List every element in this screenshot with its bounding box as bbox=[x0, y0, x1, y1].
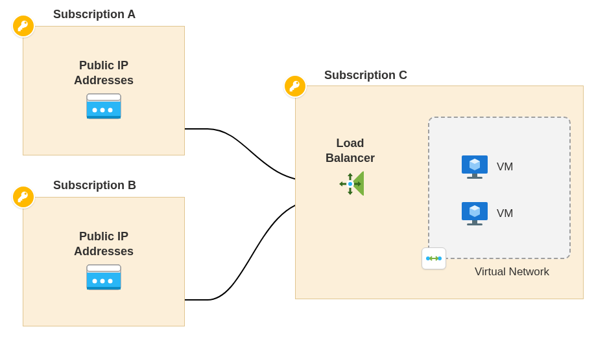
public-ip-label-a: Public IP Addresses bbox=[74, 58, 134, 89]
public-ip-icon bbox=[86, 93, 122, 120]
vm-icon bbox=[460, 201, 489, 227]
key-icon bbox=[12, 185, 35, 209]
svg-rect-3 bbox=[87, 116, 121, 119]
vm-row-2: VM bbox=[460, 201, 514, 227]
load-balancer-label: Load Balancer bbox=[326, 136, 375, 166]
vm-icon bbox=[460, 154, 489, 180]
vm-label: VM bbox=[497, 161, 514, 174]
svg-rect-1 bbox=[87, 94, 121, 100]
subscription-b-title: Subscription B bbox=[53, 179, 136, 192]
svg-rect-26 bbox=[467, 223, 482, 225]
svg-point-11 bbox=[93, 279, 97, 283]
virtual-network-icon bbox=[422, 247, 446, 269]
public-ip-block-b: Public IP Addresses bbox=[62, 229, 146, 291]
svg-rect-25 bbox=[472, 220, 477, 223]
svg-rect-20 bbox=[472, 174, 477, 177]
svg-rect-10 bbox=[87, 287, 121, 290]
svg-point-5 bbox=[101, 108, 105, 112]
load-balancer-block: Load Balancer bbox=[318, 136, 383, 198]
load-balancer-icon bbox=[337, 170, 364, 198]
svg-point-16 bbox=[348, 182, 352, 186]
svg-point-4 bbox=[93, 108, 97, 112]
svg-rect-21 bbox=[467, 177, 482, 179]
subscription-c-title: Subscription C bbox=[324, 69, 407, 82]
svg-point-6 bbox=[108, 108, 113, 112]
key-icon bbox=[283, 74, 307, 98]
public-ip-label-b: Public IP Addresses bbox=[74, 229, 134, 260]
key-icon bbox=[12, 14, 35, 38]
svg-point-12 bbox=[101, 279, 105, 283]
svg-point-13 bbox=[108, 279, 113, 283]
virtual-network-box bbox=[428, 117, 571, 259]
virtual-network-label: Virtual Network bbox=[475, 266, 549, 279]
public-ip-icon bbox=[86, 264, 122, 291]
vm-row-1: VM bbox=[460, 154, 514, 180]
subscription-a-title: Subscription A bbox=[53, 8, 136, 21]
vm-label: VM bbox=[497, 207, 514, 220]
public-ip-block-a: Public IP Addresses bbox=[62, 58, 146, 120]
svg-rect-8 bbox=[87, 265, 121, 271]
